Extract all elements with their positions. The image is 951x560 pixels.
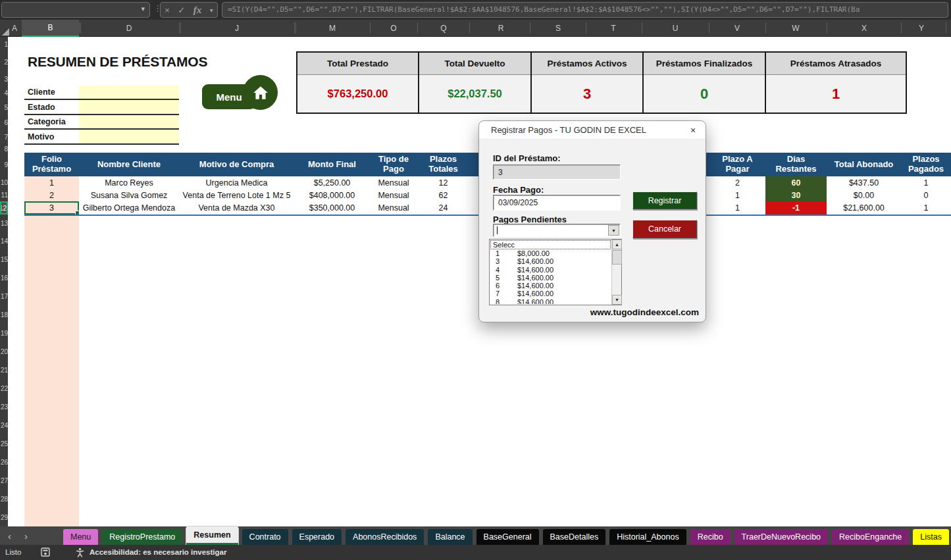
row-header-2[interactable]: 2: [0, 52, 8, 72]
list-item-pago-1[interactable]: 1$8,000.00: [490, 249, 611, 257]
sheet-tab-basegeneral[interactable]: BaseGeneral: [476, 529, 539, 545]
row-header-13[interactable]: 13: [0, 215, 8, 232]
pagos-pendientes-combobox[interactable]: ▼: [493, 224, 621, 237]
dialog-title-bar[interactable]: Registrar Pagos - TU GODIN DE EXCEL ×: [479, 121, 706, 140]
column-header-Q[interactable]: Q: [440, 20, 446, 37]
row-header-24[interactable]: 24: [0, 416, 8, 434]
column-divider[interactable]: [642, 22, 642, 34]
confirm-entry-icon[interactable]: ✓: [178, 5, 185, 15]
row-header-21[interactable]: 21: [0, 361, 8, 379]
cell-monto[interactable]: $408,000.00: [294, 189, 370, 201]
column-divider[interactable]: [765, 22, 766, 34]
row-header-16[interactable]: 16: [0, 268, 8, 287]
cell-dias_restantes[interactable]: 30: [765, 189, 827, 201]
cell-motivo[interactable]: Urgencia Medica: [179, 176, 294, 189]
cell-total_abonado[interactable]: $21,600.00: [827, 201, 901, 215]
sheet-tab-reciboenganche[interactable]: ReciboEnganche: [832, 529, 909, 545]
cell-total_abonado[interactable]: $437.50: [827, 176, 901, 189]
scrollbar-thumb[interactable]: [612, 250, 622, 265]
filter-input-cliente[interactable]: [79, 86, 179, 99]
sheet-tab-historial_abonos[interactable]: Historial_Abonos: [609, 529, 686, 545]
row-header-10[interactable]: 10: [0, 176, 8, 189]
column-divider[interactable]: [946, 22, 946, 34]
row-header-27[interactable]: 27: [0, 471, 8, 490]
row-header-4[interactable]: 4: [0, 86, 8, 100]
list-item-pago-3[interactable]: 3$14,600.00: [490, 257, 611, 265]
list-item-pago-7[interactable]: 7$14,600.00: [490, 290, 611, 297]
chevron-right-icon[interactable]: ›: [24, 530, 28, 542]
column-divider[interactable]: [294, 22, 295, 34]
close-icon[interactable]: ×: [686, 123, 700, 138]
cell-motivo[interactable]: Venta de Terreno Lote 1 Mz 5: [179, 189, 294, 201]
cell-plazos_pagados[interactable]: 0: [901, 189, 951, 201]
cell-nombre[interactable]: Gilberto Ortega Mendoza: [79, 201, 179, 215]
row-header-23[interactable]: 23: [0, 397, 8, 416]
filter-input-estado[interactable]: [79, 100, 179, 114]
chevron-left-icon[interactable]: ‹: [8, 530, 11, 542]
row-header-8[interactable]: 8: [0, 145, 8, 153]
row-header-29[interactable]: 29: [0, 508, 8, 526]
list-item-pago-6[interactable]: 6$14,600.00: [490, 282, 611, 290]
column-header-T[interactable]: T: [611, 20, 615, 37]
cell-plazos_pagados[interactable]: 1: [901, 201, 951, 215]
combo-dropdown-icon[interactable]: ▼: [608, 225, 619, 236]
sheet-tab-esperado[interactable]: Esperado: [292, 529, 342, 545]
row-header-7[interactable]: 7: [0, 130, 8, 145]
sheet-tab-abonosrecibidos[interactable]: AbonosRecibidos: [346, 529, 424, 545]
row-header-28[interactable]: 28: [0, 490, 8, 508]
cell-tipo[interactable]: Mensual: [370, 189, 417, 201]
row-header-5[interactable]: 5: [0, 100, 8, 115]
registrar-button[interactable]: Registrar: [632, 191, 697, 209]
cell-nombre[interactable]: Marco Reyes: [79, 176, 179, 189]
row-header-3[interactable]: 3: [0, 72, 8, 86]
column-header-R[interactable]: R: [498, 20, 504, 37]
fecha-pago-field[interactable]: 03/09/2025: [493, 195, 621, 211]
column-header-S[interactable]: S: [555, 20, 561, 37]
column-divider[interactable]: [530, 22, 530, 34]
cell-folio[interactable]: 3: [24, 201, 79, 215]
name-box[interactable]: ▾: [1, 2, 150, 18]
scroll-down-icon[interactable]: ▼: [612, 295, 622, 305]
row-header-14[interactable]: 14: [0, 232, 8, 250]
row-header-15[interactable]: 15: [0, 250, 8, 268]
cell-nombre[interactable]: Susana Silva Gomez: [79, 189, 179, 201]
scroll-up-icon[interactable]: ▲: [612, 240, 622, 249]
chevron-down-icon[interactable]: ▾: [141, 5, 145, 13]
column-header-W[interactable]: W: [792, 20, 799, 37]
cell-dias_restantes[interactable]: 60: [765, 176, 827, 189]
cell-motivo[interactable]: Venta de Mazda X30: [179, 201, 294, 215]
sheet-tab-balance[interactable]: Balance: [428, 529, 472, 545]
column-header-J[interactable]: J: [235, 20, 239, 37]
menu-button[interactable]: Menu: [202, 75, 278, 111]
cell-plazo_a_pagar[interactable]: 1: [709, 189, 765, 201]
cell-total_abonado[interactable]: $0.00: [827, 189, 901, 201]
column-divider[interactable]: [469, 22, 470, 34]
sheet-tab-traerdenuevorecibo[interactable]: TraerDeNuevoRecibo: [734, 529, 828, 545]
column-header-Y[interactable]: Y: [919, 20, 924, 37]
filter-input-categoria[interactable]: [79, 115, 179, 128]
cell-folio[interactable]: 2: [24, 189, 79, 201]
column-header-B[interactable]: B: [22, 20, 79, 37]
row-header-9[interactable]: 9: [0, 153, 8, 176]
row-header-17[interactable]: 17: [0, 287, 8, 305]
row-header-20[interactable]: 20: [0, 342, 8, 361]
column-header-O[interactable]: O: [390, 20, 396, 37]
column-divider[interactable]: [79, 22, 80, 34]
sheet-tab-resumen[interactable]: Resumen: [186, 526, 238, 545]
sheet-tab-listas[interactable]: Listas: [913, 529, 949, 545]
accessibility-icon[interactable]: [75, 547, 85, 557]
cell-folio[interactable]: 1: [24, 176, 79, 189]
cell-plazos_pagados[interactable]: 1: [901, 176, 951, 189]
row-header-1[interactable]: 1: [0, 37, 8, 52]
column-header-U[interactable]: U: [673, 20, 679, 37]
insert-function-icon[interactable]: fx: [193, 5, 202, 16]
column-divider[interactable]: [827, 22, 827, 34]
column-header-V[interactable]: V: [734, 20, 740, 37]
cell-monto[interactable]: $5,250.00: [294, 176, 370, 189]
row-header-19[interactable]: 19: [0, 324, 8, 342]
list-item-pago-4[interactable]: 4$14,600.00: [490, 266, 611, 274]
column-divider[interactable]: [709, 22, 709, 34]
list-header-selecc[interactable]: Selecc: [490, 240, 611, 249]
row-header-12[interactable]: 12: [0, 201, 8, 215]
cell-dias_restantes[interactable]: -1: [765, 201, 827, 215]
